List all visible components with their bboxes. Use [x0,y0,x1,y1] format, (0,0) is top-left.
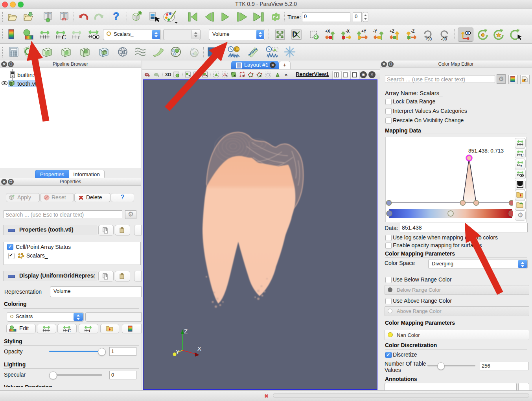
svg-text:C: C [68,328,71,332]
svg-text:X: X [197,345,201,352]
svg-text:»: » [285,72,287,78]
svg-text:t: t [89,328,90,332]
svg-text:Z: Z [184,328,188,335]
svg-text:Y: Y [176,348,180,355]
svg-text:e: e [524,77,526,82]
svg-text:C: C [521,153,524,156]
svg-text:851.438: 0.713: 851.438: 0.713 [468,148,504,154]
svg-text:3D: 3D [165,72,171,77]
